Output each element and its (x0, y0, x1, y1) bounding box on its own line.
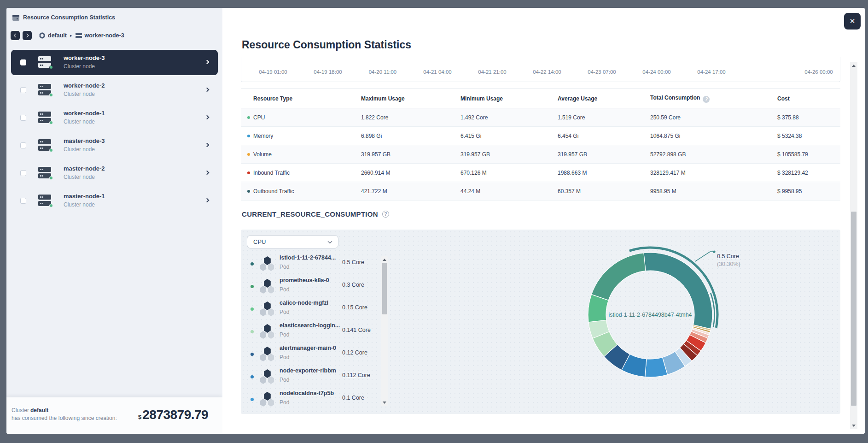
node-checkbox[interactable] (20, 142, 26, 148)
pod-color-dot (250, 285, 254, 288)
currency-symbol: $ (138, 413, 141, 420)
close-button[interactable]: ✕ (844, 13, 861, 30)
table-cell-cost: $ 9958.95 (777, 188, 802, 195)
chevron-right-icon (25, 34, 29, 37)
pod-usage-value: 0.12 Core (342, 349, 367, 356)
cluster-name: default (30, 407, 48, 413)
breadcrumb-separator-icon: ▸ (70, 33, 72, 38)
axis-tick-label: 04-21 21:00 (478, 69, 506, 75)
pod-item-prometheus-k8s-0[interactable]: prometheus-k8s-0Pod0.3 Core (247, 275, 380, 298)
pod-name: istiod-1-11-2-67844... (280, 254, 336, 261)
pod-item-node-exporter-rlbbm[interactable]: node-exporter-rlbbmPod0.112 Core (247, 366, 380, 388)
table-cell-min: 319.957 GB (460, 151, 490, 158)
node-type: Cluster node (64, 63, 95, 70)
sidebar-item-master-node-2[interactable]: master-node-2Cluster node (11, 160, 218, 186)
sidebar-item-worker-node-3[interactable]: worker-node-3Cluster node (11, 50, 218, 75)
forward-button[interactable] (23, 31, 32, 40)
pod-name: elasticsearch-loggin... (280, 322, 340, 329)
axis-tick-label: 04-21 04:00 (423, 69, 451, 75)
table-cell-max: 421.722 M (361, 188, 387, 195)
node-checkbox[interactable] (20, 87, 26, 93)
table-cell-max: 319.957 GB (361, 151, 390, 158)
status-dot (49, 204, 53, 207)
server-icon (37, 111, 53, 125)
table-cell-type: Memory (253, 133, 273, 139)
node-list: worker-node-3Cluster nodeworker-node-2Cl… (11, 50, 218, 216)
axis-tick-label: 04-19 01:00 (259, 69, 287, 75)
table-cell-avg: 1.519 Core (558, 114, 585, 121)
donut-callout-dot (713, 250, 715, 253)
pod-icon (259, 369, 276, 384)
pod-item-calico-node-mgfzl[interactable]: calico-node-mgfzlPod0.15 Core (247, 298, 380, 320)
table-cell-total: 328129.417 M (650, 170, 686, 176)
sidebar-item-worker-node-2[interactable]: worker-node-2Cluster node (11, 77, 218, 103)
table-cell-max: 2660.914 M (361, 170, 390, 176)
scroll-down-icon[interactable] (383, 402, 386, 404)
node-checkbox[interactable] (20, 198, 26, 204)
pod-item-nodelocaldns-t7p5b[interactable]: nodelocaldns-t7p5bPod0.1 Core (247, 388, 380, 411)
pod-usage-value: 0.15 Core (342, 304, 367, 311)
table-cell-type: Volume (253, 151, 272, 158)
usage-chart-time-axis: 04-19 01:0004-19 18:0004-20 11:0004-21 0… (241, 57, 840, 82)
table-row: Memory6.898 Gi6.415 Gi6.454 Gi1064.875 G… (241, 127, 840, 145)
main-scroll-thumb[interactable] (851, 212, 856, 406)
sidebar-item-master-node-3[interactable]: master-node-3Cluster node (11, 133, 218, 158)
sidebar-item-master-node-1[interactable]: master-node-1Cluster node (11, 188, 218, 213)
pod-name: nodelocaldns-t7p5b (280, 390, 334, 396)
chevron-right-icon (205, 60, 210, 65)
cluster-label: Clusterdefault (12, 407, 48, 413)
resource-color-dot (247, 135, 250, 137)
sidebar: Resource Consumption Statistics default … (6, 8, 222, 434)
resource-consumption-modal: Resource Consumption Statistics default … (6, 8, 865, 434)
node-checkbox[interactable] (20, 170, 26, 176)
pod-item-elasticsearch-loggin[interactable]: elasticsearch-loggin...Pod0.141 Core (247, 320, 380, 343)
node-name: worker-node-2 (64, 82, 105, 89)
table-cell-total: 250.59 Core (650, 114, 681, 121)
pod-list-scroll-thumb[interactable] (382, 263, 387, 314)
server-icon (37, 194, 53, 208)
node-checkbox[interactable] (20, 59, 26, 65)
back-button[interactable] (11, 31, 20, 40)
pod-icon (259, 279, 276, 294)
node-name: master-node-3 (64, 137, 105, 144)
node-name: worker-node-3 (64, 54, 105, 61)
donut-center-label: istiod-1-11-2-6784498b47-4tmh4 (604, 312, 696, 318)
axis-tick-label: 04-19 18:00 (314, 69, 342, 75)
breadcrumb-node[interactable]: worker-node-3 (85, 32, 124, 39)
main-scrollbar[interactable] (850, 62, 857, 429)
axis-tick-label: 04-22 14:00 (533, 69, 561, 75)
scroll-down-icon[interactable] (852, 425, 856, 427)
pod-item-alertmanager-main-0[interactable]: alertmanager-main-0Pod0.12 Core (247, 343, 380, 366)
breadcrumb-project[interactable]: default (48, 32, 67, 39)
consumed-caption: has consumed the following since creatio… (12, 415, 117, 421)
resource-table: Resource TypeMaximum UsageMinimum UsageA… (241, 89, 840, 201)
node-checkbox[interactable] (20, 115, 26, 121)
scroll-up-icon[interactable] (383, 259, 386, 261)
pod-list-scrollbar[interactable] (381, 256, 388, 406)
help-icon[interactable]: ? (382, 211, 389, 218)
chevron-left-icon (14, 34, 17, 37)
pod-color-dot (250, 262, 254, 266)
column-header: Resource Type (253, 95, 292, 102)
column-header: Average Usage (558, 95, 597, 102)
project-hexagon-icon (39, 32, 45, 39)
donut-callout-value: 0.5 Core (717, 253, 739, 260)
chevron-right-icon (205, 171, 210, 175)
pod-color-dot (250, 353, 254, 356)
scroll-up-icon[interactable] (852, 65, 856, 67)
sidebar-item-worker-node-1[interactable]: worker-node-1Cluster node (11, 105, 218, 130)
pod-item-istiod-1-11-2-67844[interactable]: istiod-1-11-2-67844...Pod0.5 Core (247, 253, 380, 275)
table-cell-min: 6.415 Gi (460, 133, 481, 139)
pod-usage-value: 0.112 Core (342, 372, 370, 378)
table-cell-total: 52792.898 GB (650, 151, 686, 158)
resource-color-dot (247, 190, 250, 193)
help-icon[interactable]: ? (703, 96, 710, 103)
server-icon (37, 166, 53, 180)
donut-segment-17[interactable] (592, 253, 646, 301)
pod-icon (259, 392, 276, 407)
node-type: Cluster node (64, 174, 95, 180)
pod-usage-value: 0.5 Core (342, 259, 364, 266)
pod-color-dot (250, 307, 254, 311)
table-cell-min: 1.492 Core (460, 114, 488, 121)
metric-select[interactable]: CPU (247, 235, 338, 248)
